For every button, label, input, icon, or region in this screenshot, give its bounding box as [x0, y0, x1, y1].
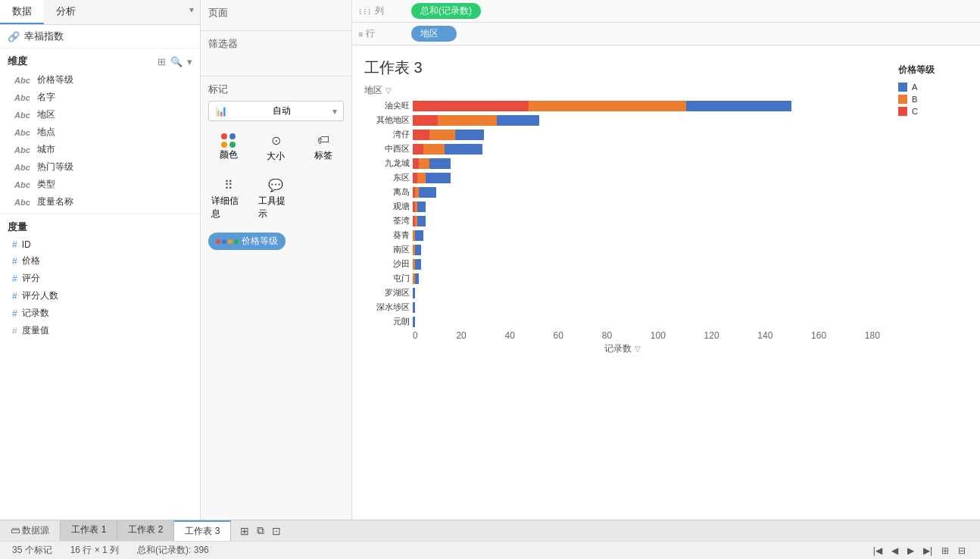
- legend-item[interactable]: B: [898, 95, 962, 104]
- bar-track[interactable]: [413, 216, 880, 226]
- nav-last-btn[interactable]: ▶|: [921, 545, 935, 557]
- rows-text: 行: [366, 27, 375, 40]
- dim-type-icon: Abc: [12, 180, 33, 190]
- bar-track[interactable]: [413, 173, 880, 183]
- marks-dropdown-label: 自动: [273, 105, 291, 117]
- fit-btn[interactable]: ⊟: [956, 545, 968, 557]
- price-level-pill[interactable]: 价格等级: [208, 233, 286, 250]
- measure-item[interactable]: #评分: [0, 270, 200, 287]
- bar-track[interactable]: [413, 302, 880, 313]
- dimension-item[interactable]: Abc价格等级: [0, 71, 200, 89]
- bar-track[interactable]: [413, 144, 880, 155]
- marks-dropdown[interactable]: 📊 自动 ▾: [208, 101, 344, 121]
- bar-row: 屯门: [364, 273, 880, 284]
- bar-seg-b: [423, 144, 445, 155]
- x-tick: 80: [602, 330, 612, 341]
- right-panel: ⫶⫶⫶ 列 总和(记录数) ≡ 行 地区 ▽ 工作表 3 地区 ▽: [352, 0, 980, 520]
- measure-label: 记录数: [22, 307, 49, 320]
- datasource-label[interactable]: 幸福指数: [24, 30, 64, 43]
- bar-track[interactable]: [413, 130, 880, 140]
- measure-item[interactable]: #度量值: [0, 322, 200, 339]
- dimension-item[interactable]: Abc热门等级: [0, 158, 200, 176]
- bottom-tab[interactable]: 工作表 2: [117, 520, 174, 541]
- measure-label: ID: [22, 239, 31, 250]
- bar-seg-a: [417, 216, 426, 226]
- y-filter-icon[interactable]: ▽: [385, 86, 392, 95]
- bar-track[interactable]: [413, 101, 880, 111]
- bar-track[interactable]: [413, 187, 880, 198]
- tab-analysis[interactable]: 分析: [44, 0, 88, 24]
- nav-next-btn[interactable]: ▶: [905, 545, 916, 557]
- duplicate-sheet-btn[interactable]: ⧉: [254, 523, 267, 539]
- bar-track[interactable]: [413, 288, 880, 298]
- dimension-item[interactable]: Abc名字: [0, 89, 200, 106]
- present-btn[interactable]: ⊡: [269, 523, 284, 539]
- bar-track[interactable]: [413, 259, 880, 270]
- legend-item[interactable]: C: [898, 107, 962, 116]
- dimension-item[interactable]: Abc类型: [0, 176, 200, 193]
- measure-item[interactable]: #ID: [0, 237, 200, 252]
- top-tabs: 数据 分析 ▾: [0, 0, 200, 25]
- bar-seg-a: [455, 130, 485, 140]
- nav-first-btn[interactable]: |◀: [871, 545, 885, 557]
- filters-title: 筛选器: [208, 37, 344, 51]
- dimension-item[interactable]: Abc地区: [0, 106, 200, 123]
- color-button[interactable]: 颜色: [208, 129, 249, 167]
- tooltip-icon: 💬: [268, 178, 283, 192]
- dimensions-title: 维度: [8, 55, 158, 68]
- legend-color-swatch: [898, 95, 907, 104]
- bar-track[interactable]: [413, 317, 880, 327]
- marks-title: 标记: [208, 83, 344, 96]
- new-sheet-btn[interactable]: ⊞: [237, 523, 252, 539]
- columns-pill[interactable]: 总和(记录数): [411, 3, 481, 19]
- bar-track[interactable]: [413, 273, 880, 284]
- rows-pill[interactable]: 地区 ▽: [411, 26, 457, 42]
- tooltip-button[interactable]: 💬 工具提示: [255, 173, 296, 225]
- dimension-item[interactable]: Abc城市: [0, 141, 200, 158]
- bar-row: 中西区: [364, 143, 880, 155]
- nav-prev-btn[interactable]: ◀: [889, 545, 900, 557]
- bar-seg-a: [413, 288, 415, 298]
- dim-more-icon[interactable]: ▾: [187, 56, 192, 67]
- x-tick: 60: [554, 330, 563, 341]
- bar-seg-a: [415, 273, 420, 284]
- legend-item[interactable]: A: [898, 83, 962, 92]
- legend-color-swatch: [898, 83, 907, 92]
- bar-track[interactable]: [413, 230, 880, 241]
- bar-seg-b: [529, 101, 686, 111]
- bar-label: 九龙城: [364, 158, 410, 169]
- bar-row: 南区: [364, 244, 880, 255]
- bar-row: 九龙城: [364, 158, 880, 169]
- dim-label: 地区: [37, 108, 55, 121]
- bar-track[interactable]: [413, 158, 880, 169]
- measure-label: 价格: [22, 255, 40, 267]
- measure-item[interactable]: #价格: [0, 252, 200, 270]
- bar-label: 湾仔: [364, 129, 410, 140]
- tab-arrow[interactable]: ▾: [183, 0, 200, 24]
- bar-track[interactable]: [413, 245, 880, 255]
- tab-datasource[interactable]: 🗃 数据源: [0, 521, 61, 540]
- rows-label: ≡ 行: [358, 27, 411, 40]
- x-filter-icon[interactable]: ▽: [635, 345, 641, 353]
- bar-seg-a: [445, 144, 482, 155]
- bar-label: 深水埗区: [364, 301, 410, 313]
- dim-type-icon: Abc: [12, 75, 33, 86]
- dimension-item[interactable]: Abc地点: [0, 123, 200, 141]
- dim-search-icon[interactable]: 🔍: [170, 56, 183, 67]
- bottom-tab[interactable]: 工作表 3: [174, 520, 231, 541]
- dim-grid-icon[interactable]: ⊞: [158, 56, 166, 67]
- fix-width-btn[interactable]: ⊞: [939, 545, 951, 557]
- label-button[interactable]: 🏷 标签: [303, 129, 344, 167]
- measure-item[interactable]: #记录数: [0, 304, 200, 322]
- bar-label: 罗湖区: [364, 287, 410, 298]
- size-button[interactable]: ⊙ 大小: [255, 129, 296, 167]
- bottom-tab[interactable]: 工作表 1: [61, 520, 117, 541]
- dim-type-icon: Abc: [12, 92, 33, 103]
- bar-track[interactable]: [413, 201, 880, 212]
- tab-data[interactable]: 数据: [0, 0, 44, 24]
- dimension-item[interactable]: Abc度量名称: [0, 193, 200, 211]
- status-nav: |◀ ◀ ▶ ▶| ⊞ ⊟: [871, 545, 968, 557]
- measure-item[interactable]: #评分人数: [0, 287, 200, 304]
- bar-track[interactable]: [413, 115, 880, 126]
- detail-button[interactable]: ⠿ 详细信息: [208, 173, 249, 225]
